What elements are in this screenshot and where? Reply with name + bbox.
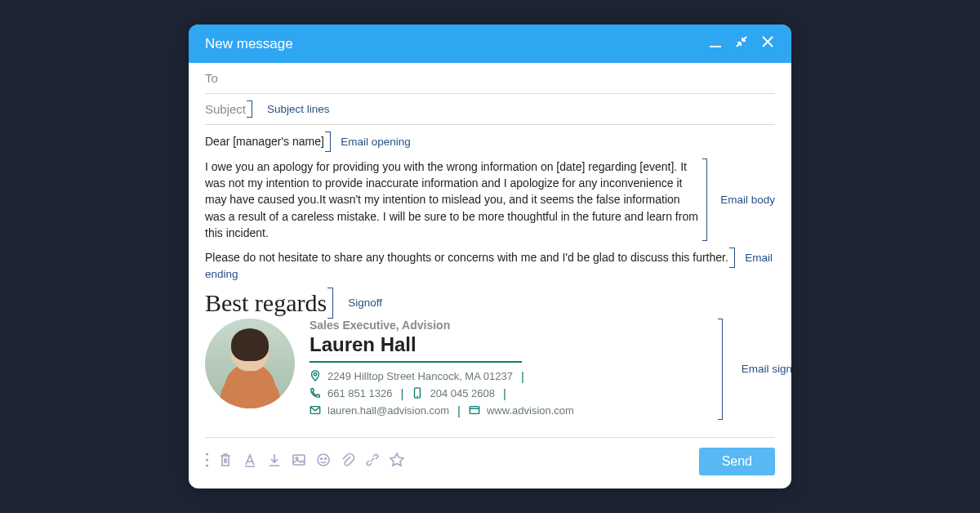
font-icon[interactable]	[242, 452, 258, 471]
download-icon[interactable]	[266, 452, 283, 471]
bracket-icon	[718, 319, 723, 420]
to-placeholder: To	[205, 71, 218, 85]
annotation-signoff: Signoff	[348, 297, 382, 309]
annotation-opening: Email opening	[341, 136, 411, 148]
signature-title: Sales Executive, Advision	[310, 319, 718, 332]
svg-point-13	[296, 457, 298, 459]
closing-line: Please do not hesitate to share any thou…	[205, 251, 728, 264]
attachment-icon[interactable]	[340, 452, 356, 471]
more-icon[interactable]	[205, 452, 209, 471]
svg-point-15	[321, 457, 323, 459]
svg-point-3	[314, 373, 317, 377]
email-icon	[310, 404, 321, 416]
svg-point-10	[206, 458, 208, 461]
window-title: New message	[205, 36, 293, 52]
signature-name: Lauren Hall	[310, 333, 718, 356]
signature-phone1: 661 851 1326	[327, 387, 393, 399]
svg-point-16	[325, 457, 327, 459]
svg-point-14	[318, 454, 329, 466]
to-field[interactable]: To	[205, 63, 775, 94]
pin-icon	[310, 370, 321, 381]
emoji-icon[interactable]	[315, 452, 332, 471]
signature-phone2: 204 045 2608	[430, 387, 495, 399]
bracket-icon	[702, 158, 707, 241]
compose-toolbar: Send	[189, 438, 791, 488]
compose-window: New message To Subject Subject lines Dea…	[189, 25, 791, 488]
collapse-icon[interactable]	[734, 34, 749, 53]
annotation-signature: Email signature/footer	[742, 363, 791, 375]
signature-address: 2249 Hilltop Street Hancock, MA 01237	[327, 370, 513, 382]
minimize-icon[interactable]	[708, 34, 723, 53]
send-button[interactable]: Send	[699, 448, 775, 475]
website-icon	[469, 404, 480, 416]
star-icon[interactable]	[389, 452, 405, 471]
signature-divider	[310, 361, 522, 363]
link-icon[interactable]	[364, 452, 381, 471]
subject-placeholder: Subject	[205, 102, 246, 116]
signature-website: www.advision.com	[487, 404, 574, 417]
signoff-text: Best regards	[205, 289, 327, 316]
annotation-body: Email body	[720, 194, 775, 206]
mobile-icon	[412, 387, 423, 399]
body-paragraph: I owe you an apology for providing you w…	[205, 158, 699, 241]
svg-rect-12	[293, 455, 305, 465]
greeting-text: Dear [manager's name]	[205, 135, 324, 148]
close-icon[interactable]	[760, 34, 775, 53]
svg-point-11	[206, 464, 208, 466]
trash-icon[interactable]	[217, 452, 234, 471]
annotation-subject: Subject lines	[267, 103, 330, 115]
image-icon[interactable]	[291, 452, 307, 471]
email-body-area[interactable]: Dear [manager's name] Email opening I ow…	[189, 125, 791, 425]
svg-point-9	[206, 453, 208, 455]
titlebar: New message	[189, 25, 791, 63]
svg-rect-7	[470, 407, 479, 414]
phone-icon	[310, 387, 321, 399]
signature-email: lauren.hall@advision.com	[327, 404, 449, 417]
subject-field[interactable]: Subject Subject lines	[205, 94, 775, 125]
signature-block: Sales Executive, Advision Lauren Hall 22…	[205, 319, 775, 421]
avatar	[205, 319, 295, 408]
